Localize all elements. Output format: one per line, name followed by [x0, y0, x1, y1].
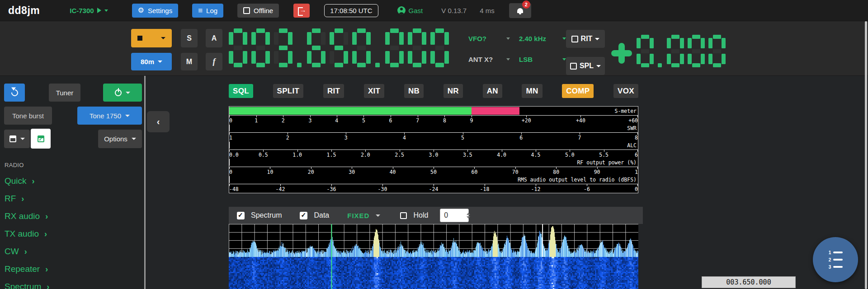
- dsp-rit-button[interactable]: RIT: [323, 84, 344, 98]
- main-frequency-display[interactable]: [229, 28, 453, 67]
- spectrum-waterfall[interactable]: [229, 224, 638, 289]
- chevron-down-icon: [126, 92, 130, 94]
- filter-dropdown[interactable]: 2.40 kHz: [519, 35, 566, 42]
- sidebar-item-quick[interactable]: Quick›: [5, 174, 35, 188]
- chevron-down-icon: [506, 58, 510, 61]
- chevron-down-icon: [562, 37, 566, 40]
- dsp-xit-button[interactable]: XIT: [364, 84, 384, 98]
- sidebar-item-repeater[interactable]: Repeater›: [5, 262, 48, 276]
- meter-tick: 4.5: [531, 152, 541, 158]
- meter-tick: 1: [229, 135, 232, 141]
- power-dropdown[interactable]: [103, 84, 142, 102]
- data-checkbox-label: Data: [314, 211, 329, 219]
- stop-square-icon: [137, 36, 142, 41]
- rig-selector[interactable]: IC-7300: [70, 7, 108, 14]
- band-list-fab[interactable]: 1 2 3: [813, 237, 858, 282]
- ref-level-input[interactable]: [440, 209, 469, 222]
- dsp-button-row: SQLSPLITRITXITNBNRANMNCOMPVOX: [229, 84, 638, 98]
- checkbox-unchecked-icon: [570, 63, 577, 70]
- rig-label: IC-7300: [70, 7, 94, 14]
- settings-button[interactable]: ⚙ Settings: [132, 4, 179, 18]
- sidebar-collapse-button[interactable]: ‹: [147, 111, 170, 132]
- dsp-vox-button[interactable]: VOX: [613, 84, 638, 98]
- version-label: V 0.13.7: [441, 7, 467, 14]
- spinner-buttons[interactable]: [465, 210, 472, 221]
- meter-bar-rf: RF output power (%): [229, 158, 638, 167]
- sidebar-item-rx-audio[interactable]: RX audio›: [5, 210, 48, 223]
- schedule-dropdown[interactable]: [4, 130, 30, 148]
- mode-dropdown[interactable]: LSB: [519, 56, 566, 63]
- chevron-down-icon: [104, 9, 108, 12]
- dsp-nr-button[interactable]: NR: [443, 84, 463, 98]
- fine-button[interactable]: f: [206, 53, 222, 70]
- options-dropdown[interactable]: Options: [98, 130, 142, 148]
- scan-button[interactable]: S: [181, 29, 198, 47]
- offline-toggle[interactable]: Offline: [237, 4, 279, 18]
- vfo-dropdown[interactable]: VFO?: [468, 35, 510, 42]
- dsp-nb-button[interactable]: NB: [404, 84, 424, 98]
- meter-label: ALC: [627, 142, 637, 149]
- sidebar-item-cw[interactable]: CW›: [5, 245, 27, 258]
- dsp-comp-button[interactable]: COMP: [562, 84, 594, 98]
- meter-tick: 1.0: [292, 152, 302, 158]
- meter-tick: 4.0: [497, 152, 506, 158]
- meter-tick: 10: [267, 169, 273, 175]
- log-button[interactable]: ≡ Log: [192, 4, 223, 18]
- memory-button[interactable]: M: [181, 53, 198, 70]
- meter-scale: 12345678: [229, 133, 638, 141]
- chevron-down-icon: [376, 214, 380, 217]
- sidebar-item-spectrum[interactable]: Spectrum›: [5, 280, 49, 289]
- meter-tick: 7: [578, 135, 581, 141]
- meter-tick: 0.5: [259, 152, 268, 158]
- frequency-row: 80m S A M f VFO? ANT X? 2.40 kHz LSB RIT…: [0, 21, 868, 76]
- user-indicator: Gast: [397, 6, 423, 14]
- data-checkbox[interactable]: [300, 212, 307, 219]
- dsp-mn-button[interactable]: MN: [522, 84, 542, 98]
- power-icon: [115, 89, 122, 96]
- logout-button[interactable]: [293, 4, 310, 18]
- dsp-split-button[interactable]: SPLIT: [273, 84, 304, 98]
- meter-tick: 3.0: [429, 152, 439, 158]
- hold-checkbox[interactable]: [400, 212, 407, 219]
- meter-scale: 0123456789+20+40+60: [229, 116, 638, 124]
- split-dropdown[interactable]: SPL: [566, 57, 605, 75]
- dsp-an-button[interactable]: AN: [483, 84, 502, 98]
- band-dropdown[interactable]: 80m: [131, 53, 172, 70]
- meter-label: RF output power (%): [577, 159, 637, 166]
- notification-badge: 2: [522, 0, 530, 9]
- tone-dropdown[interactable]: Tone 1750: [77, 107, 142, 125]
- tx-mode-dropdown[interactable]: [131, 29, 172, 47]
- span-mode-dropdown[interactable]: FIXED: [347, 212, 380, 219]
- meter-tick: 6: [519, 135, 523, 141]
- meter-tick: -6: [584, 186, 590, 192]
- meter-label: SWR: [627, 125, 637, 131]
- auto-button[interactable]: A: [206, 29, 222, 47]
- sidebar-item-tx-audio[interactable]: TX audio›: [5, 227, 47, 241]
- gear-icon: ⚙: [138, 7, 144, 14]
- dsp-sql-button[interactable]: SQL: [229, 84, 253, 98]
- meter-tick: 60: [471, 169, 477, 175]
- spectrum-checkbox[interactable]: [237, 212, 245, 219]
- notifications-button[interactable]: 2: [509, 3, 531, 18]
- sidebar-item-rf[interactable]: RF›: [5, 192, 24, 205]
- top-bar: dd8jm IC-7300 ⚙ Settings ≡ Log Offline 1…: [0, 0, 868, 21]
- meter-scale: 01020304050607080901: [229, 167, 638, 175]
- utc-clock: 17:08:50 UTC: [324, 4, 378, 17]
- rit-dropdown[interactable]: RIT: [566, 30, 605, 48]
- page-scrollbar[interactable]: [865, 21, 867, 289]
- refresh-button[interactable]: [4, 84, 25, 102]
- latency-label: 4 ms: [480, 7, 495, 14]
- meter-bar-rms: RMS audio output level to radio (dBFS): [229, 175, 638, 184]
- tone-burst-button[interactable]: Tone burst: [4, 107, 52, 125]
- app-logo: dd8jm: [8, 5, 40, 17]
- meter-scale: -48-42-36-30-24-18-12-60: [229, 184, 638, 192]
- meter-tick: 8: [443, 117, 446, 124]
- meter-tick: 2.5: [395, 152, 404, 158]
- meter-tick: 40: [390, 169, 396, 175]
- chevron-down-icon: [595, 38, 599, 40]
- meter-label: S-meter: [615, 108, 637, 114]
- tuner-button[interactable]: Tuner: [49, 84, 80, 102]
- antenna-dropdown[interactable]: ANT X?: [468, 56, 510, 63]
- schedule-active-button[interactable]: [31, 129, 51, 149]
- spectrum-checkbox-label: Spectrum: [251, 211, 282, 219]
